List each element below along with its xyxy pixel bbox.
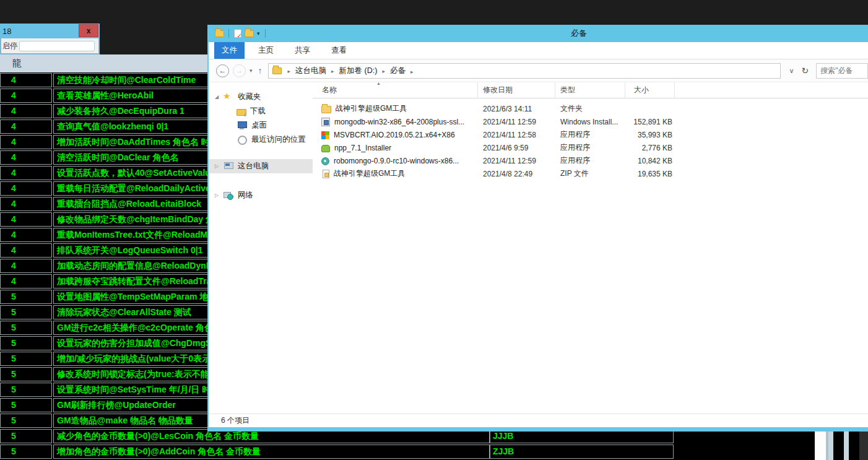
file-name-cell: 战神引擎超级GM工具 bbox=[313, 103, 478, 114]
breadcrumb-segment[interactable]: 这台电脑 bbox=[283, 66, 327, 76]
properties-icon[interactable] bbox=[234, 29, 241, 38]
command-level-cell: 4 bbox=[0, 212, 52, 227]
sidebar-item[interactable]: ▷ 这台电脑 bbox=[209, 159, 313, 173]
ribbon-tab[interactable]: 共享 bbox=[287, 42, 318, 59]
sort-ascending-icon: ▲ bbox=[376, 82, 381, 85]
titlebar[interactable]: ▾ 必备 bbox=[209, 25, 868, 42]
sidebar-item[interactable]: 最近访问的位置 bbox=[209, 132, 313, 147]
file-date-cell: 2021/6/3 14:11 bbox=[478, 105, 555, 113]
breadcrumb: 这台电脑 新加卷 (D:) 必备 bbox=[283, 66, 406, 76]
breadcrumb-segment[interactable]: 必备 bbox=[377, 66, 406, 76]
file-row[interactable]: MSVBCRT.AIO.2019.05.21.x64+X86 2021/4/11… bbox=[313, 128, 868, 141]
file-name: robomongo-0.9.0-rc10-windows-x86... bbox=[334, 157, 459, 165]
refresh-icon[interactable]: ↻ bbox=[802, 66, 809, 76]
window-fragment bbox=[833, 432, 844, 460]
file-type-cell: Windows Install... bbox=[555, 118, 625, 126]
address-dropdown-icon[interactable]: ∨ bbox=[789, 67, 794, 75]
column-header-name[interactable]: 名称 bbox=[313, 82, 478, 98]
file-name: 战神引擎超级GM工具 bbox=[336, 103, 407, 114]
command-level-cell: 5 bbox=[0, 305, 52, 319]
breadcrumb-segment[interactable]: 新加卷 (D:) bbox=[326, 66, 377, 76]
command-level-cell: 4 bbox=[0, 243, 52, 258]
file-name-cell: robomongo-0.9.0-rc10-windows-x86... bbox=[313, 157, 478, 165]
expand-arrow-icon[interactable]: ▷ bbox=[215, 163, 223, 169]
file-type-icon bbox=[323, 170, 329, 178]
sidebar-item-label: 网络 bbox=[238, 190, 253, 201]
new-folder-icon[interactable] bbox=[245, 30, 254, 37]
mini-window-title: 18 bbox=[2, 27, 11, 36]
search-input[interactable] bbox=[817, 66, 867, 75]
file-explorer-window: ▾ 必备 文件 主页 共享 查看 ← → ▾ ↑ bbox=[207, 25, 868, 432]
sidebar-item[interactable]: ◢ 收藏夹 bbox=[209, 90, 313, 104]
column-headers: ▲ 名称 修改日期 类型 大小 bbox=[313, 82, 868, 98]
file-row[interactable]: 战神引擎超级GM工具 2021/6/3 14:11 文件夹 bbox=[313, 102, 868, 115]
column-header-date[interactable]: 修改日期 bbox=[478, 82, 555, 98]
command-level-cell: 4 bbox=[0, 274, 52, 289]
command-level-cell: 5 bbox=[0, 352, 52, 366]
file-size-cell: 152,891 KB bbox=[625, 118, 675, 126]
status-bar: 6 个项目 bbox=[209, 414, 868, 427]
sidebar-item-icon bbox=[223, 162, 234, 171]
ribbon-tab[interactable]: 主页 bbox=[251, 42, 281, 59]
file-list: 战神引擎超级GM工具 2021/6/3 14:11 文件夹 mongodb-wi… bbox=[313, 102, 868, 180]
file-type-icon bbox=[321, 145, 330, 152]
window-title: 必备 bbox=[571, 25, 587, 42]
file-size-cell: 19,635 KB bbox=[625, 170, 675, 178]
quick-access-toolbar: ▾ bbox=[214, 29, 269, 38]
ribbon-tab[interactable]: 文件 bbox=[214, 42, 245, 59]
file-name-cell: mongodb-win32-x86_64-2008plus-ssl... bbox=[313, 118, 478, 126]
history-dropdown-icon[interactable]: ▾ bbox=[250, 67, 253, 74]
toolbar-separator bbox=[265, 29, 266, 38]
sidebar-item[interactable]: ▷ 网络 bbox=[209, 188, 313, 202]
file-size-cell: 35,993 KB bbox=[625, 131, 675, 139]
back-button[interactable]: ← bbox=[216, 64, 229, 77]
chevron-right-icon[interactable] bbox=[406, 65, 419, 76]
column-header-type[interactable]: 类型 bbox=[555, 82, 625, 98]
command-level-cell: 5 bbox=[0, 383, 52, 397]
command-level-cell: 5 bbox=[0, 445, 52, 459]
file-row[interactable]: 战神引擎超级GM工具 2021/4/8 22:49 ZIP 文件 19,635 … bbox=[313, 167, 868, 180]
chevron-right-icon bbox=[326, 66, 339, 75]
column-header-size[interactable]: 大小 bbox=[625, 82, 675, 98]
file-type-cell: 应用程序 bbox=[555, 142, 625, 153]
file-name: npp_7.1_Installer bbox=[334, 144, 391, 152]
table-row[interactable]: 5 增加角色的金币数量(>0)@AddCoin 角色名 金币数量 ZJJB bbox=[0, 444, 816, 459]
background-window-fragments bbox=[815, 432, 868, 460]
expand-arrow-icon[interactable]: ▷ bbox=[215, 193, 223, 198]
command-extra-cell: ZJJB bbox=[490, 445, 674, 459]
close-icon[interactable]: x bbox=[79, 24, 98, 37]
search-box bbox=[816, 63, 868, 79]
command-level-cell: 4 bbox=[0, 259, 52, 273]
sidebar-item-label: 下载 bbox=[250, 106, 266, 116]
file-name-cell: npp_7.1_Installer bbox=[313, 144, 478, 152]
command-level-cell: 4 bbox=[0, 166, 52, 180]
file-name: MSVBCRT.AIO.2019.05.21.x64+X86 bbox=[334, 131, 455, 139]
file-row[interactable]: mongodb-win32-x86_64-2008plus-ssl... 202… bbox=[313, 115, 868, 128]
mini-window-field[interactable] bbox=[19, 41, 95, 51]
file-date-cell: 2021/4/11 12:59 bbox=[478, 157, 555, 165]
sidebar-item-label: 桌面 bbox=[251, 120, 267, 131]
file-date-cell: 2021/4/6 9:59 bbox=[478, 144, 555, 152]
sidebar-item[interactable]: 桌面 bbox=[209, 118, 313, 132]
sidebar-item-icon bbox=[237, 135, 248, 144]
qat-dropdown-icon[interactable]: ▾ bbox=[257, 30, 260, 37]
command-level-cell: 5 bbox=[0, 321, 52, 335]
item-count: 6 个项目 bbox=[221, 415, 250, 426]
address-input[interactable]: 这台电脑 新加卷 (D:) 必备 bbox=[268, 63, 781, 79]
expand-arrow-icon[interactable]: ◢ bbox=[215, 94, 223, 100]
forward-button[interactable]: → bbox=[233, 64, 246, 77]
command-level-cell: 4 bbox=[0, 135, 52, 149]
file-row[interactable]: npp_7.1_Installer 2021/4/6 9:59 应用程序 2,7… bbox=[313, 141, 868, 154]
mini-window-body: 启停 bbox=[0, 38, 100, 54]
file-type-cell: 应用程序 bbox=[555, 155, 625, 166]
ribbon-tab[interactable]: 查看 bbox=[324, 42, 354, 59]
mini-window-label: 启停 bbox=[2, 41, 17, 51]
sidebar-item-label: 收藏夹 bbox=[238, 92, 261, 102]
ribbon-tabs: 文件 主页 共享 查看 bbox=[209, 42, 868, 59]
file-row[interactable]: robomongo-0.9.0-rc10-windows-x86... 2021… bbox=[313, 154, 868, 167]
sidebar-item[interactable]: 下载 bbox=[209, 104, 313, 118]
command-level-cell: 5 bbox=[0, 398, 52, 412]
mini-window-titlebar[interactable]: 18 x bbox=[0, 24, 100, 38]
up-button[interactable]: ↑ bbox=[258, 66, 263, 76]
address-folder-icon bbox=[272, 67, 282, 74]
